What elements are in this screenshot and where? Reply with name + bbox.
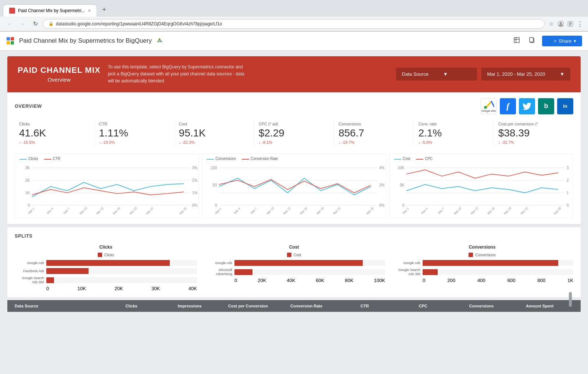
header-actions: 👤+ Share ▾ xyxy=(511,35,582,47)
bar-google-search-fill xyxy=(46,277,54,283)
bookmark-icon[interactable]: ☆ xyxy=(548,20,555,28)
svg-text:Mar 13: Mar 13 xyxy=(96,206,104,215)
svg-text:1: 1 xyxy=(566,191,569,195)
bing-icon: b xyxy=(538,98,554,114)
axis-10k: 10K xyxy=(78,286,86,291)
metric-conversions: Conversions 856.7 ↓ -19.7% xyxy=(334,119,414,148)
split-cost-title: Cost xyxy=(203,245,385,250)
split-conv-bars: Google Ads Google SearchAds 360 xyxy=(391,260,573,276)
app-logo xyxy=(6,36,15,45)
chart-clicks-ctr-svg: 3K 2K 1K 0 3% 2% 1% 0% Mar xyxy=(19,164,194,214)
metric-ctr-label: CTR xyxy=(99,122,169,126)
axis-cost-60k: 60K xyxy=(316,278,324,283)
menu-icon[interactable]: ⋮ xyxy=(576,20,584,28)
bar-cost-axis: 0 20K 40K 60K 80K 100K xyxy=(203,278,385,283)
share-button[interactable]: 👤+ Share ▾ xyxy=(542,36,582,46)
bar-cost-microsoft: MicrosoftAdvertising xyxy=(203,268,385,276)
bar-google-search: Google SearchAds 360 xyxy=(15,276,197,284)
bar-conv-search360: Google SearchAds 360 xyxy=(391,268,573,276)
date-range-dropdown[interactable]: Mar 1, 2020 - Mar 25, 2020 ▼ xyxy=(481,68,570,81)
metric-ctr-value: 1.11% xyxy=(99,128,169,139)
split-conv-dot xyxy=(469,253,473,257)
fullscreen-button[interactable] xyxy=(511,35,522,47)
legend-conversions: Conversions xyxy=(207,157,236,161)
new-tab-button[interactable]: + xyxy=(98,3,111,17)
table-col-cost-conv: Cost per Conversion xyxy=(219,304,277,308)
split-conv-legend: Conversions xyxy=(391,253,573,257)
svg-text:Mar 10: Mar 10 xyxy=(79,206,88,215)
metric-cost: Cost 95.1K ↓ -22.3% xyxy=(175,119,254,148)
svg-text:Mar 4: Mar 4 xyxy=(46,207,54,215)
bar-cost-google: Google Ads xyxy=(203,260,385,266)
svg-text:2: 2 xyxy=(566,178,569,182)
bar-facebook-label: Facebook Ads xyxy=(15,269,44,273)
table-col-conversions: Conversions xyxy=(452,304,511,308)
svg-text:2%: 2% xyxy=(192,178,198,182)
profile-icon[interactable] xyxy=(557,20,564,28)
back-button[interactable]: ← xyxy=(4,19,15,29)
data-source-dropdown[interactable]: Data Source ▼ xyxy=(396,68,477,81)
metric-clicks: Clicks 41.6K ↓ -15.5% xyxy=(15,119,94,148)
refresh-button[interactable]: ↻ xyxy=(31,19,40,29)
facebook-icon: f xyxy=(500,98,516,114)
svg-text:Mar 1: Mar 1 xyxy=(402,207,410,215)
banner-description: To use this template, select BigQuery by… xyxy=(108,64,247,85)
bar-facebook-ads: Facebook Ads xyxy=(15,268,197,274)
metric-cost-per-conv: Cost per conversion (* $38.39 ↓ -32.7% xyxy=(494,119,573,148)
svg-text:0: 0 xyxy=(402,203,404,207)
bar-conv-google: Google Ads xyxy=(391,260,573,266)
axis-conv-0: 0 xyxy=(423,278,425,283)
metric-conversions-value: 856.7 xyxy=(338,128,409,139)
copy-button[interactable] xyxy=(527,35,538,47)
active-tab[interactable]: Paid Channel Mix by Supermetri... × xyxy=(3,4,97,17)
forward-button[interactable]: → xyxy=(18,19,28,29)
split-cost-bars: Google Ads MicrosoftAdvertising xyxy=(203,260,385,276)
svg-text:5K: 5K xyxy=(399,184,404,188)
split-clicks: Clicks Clicks Google Ads xyxy=(15,245,197,291)
svg-text:3K: 3K xyxy=(25,166,30,170)
metric-cost-value: 95.1K xyxy=(179,128,250,139)
table-col-source: Data Source xyxy=(15,304,102,308)
metric-cpc-label: CPC (* ad) xyxy=(259,122,329,126)
chart-clicks-ctr-legend: Clicks CTR xyxy=(19,157,194,161)
app-title: Paid Channel Mix by Supermetrics for Big… xyxy=(19,37,152,44)
share-dropdown-arrow: ▾ xyxy=(574,38,576,44)
address-bar: ← → ↻ 🔒 datastudio.google.com/reporting/… xyxy=(0,17,588,31)
chart-conversions-rate: Conversions Conversion Rate 100 50 0 4% … xyxy=(202,153,386,218)
svg-text:3: 3 xyxy=(566,166,569,170)
axis-30k: 30K xyxy=(151,286,160,291)
chart-cost-legend: Cost CPC xyxy=(394,157,569,161)
legend-cost: Cost xyxy=(394,157,410,161)
bar-cost-google-track xyxy=(234,260,385,266)
extension-icon[interactable] xyxy=(567,20,574,28)
bar-facebook-track xyxy=(46,268,197,274)
split-cost-dot xyxy=(287,253,291,257)
bar-conv-google-track xyxy=(423,260,573,266)
svg-text:0%: 0% xyxy=(379,203,385,207)
split-clicks-title: Clicks xyxy=(15,245,197,250)
tab-close-button[interactable]: × xyxy=(88,8,91,14)
svg-rect-7 xyxy=(514,38,519,43)
table-col-conv-rate: Conversion Rate xyxy=(277,304,336,308)
tab-bar: Paid Channel Mix by Supermetri... × + xyxy=(0,0,588,17)
data-source-label: Data Source xyxy=(402,71,429,77)
split-clicks-legend: Clicks xyxy=(15,253,197,257)
svg-text:100: 100 xyxy=(211,166,217,170)
split-clicks-dot xyxy=(98,253,102,257)
scroll-indicator[interactable] xyxy=(569,292,572,307)
axis-conv-200: 200 xyxy=(447,278,455,283)
drive-icon xyxy=(156,37,163,45)
url-bar[interactable]: 🔒 datastudio.google.com/reporting/1pwwaa… xyxy=(43,19,545,29)
bar-cost-google-label: Google Ads xyxy=(203,261,232,265)
svg-text:Mar 10: Mar 10 xyxy=(266,206,275,215)
splits-title: SPLITS xyxy=(15,233,573,239)
svg-text:Mar 13: Mar 13 xyxy=(283,206,291,215)
svg-text:Mar 22: Mar 22 xyxy=(146,207,154,216)
share-label: Share xyxy=(559,38,571,44)
split-conversions: Conversions Conversions Google Ads xyxy=(391,245,573,291)
svg-text:10K: 10K xyxy=(398,166,404,170)
report-banner: PAID CHANNEL MIX Overview To use this te… xyxy=(7,56,581,92)
svg-text:Mar 1: Mar 1 xyxy=(215,207,222,215)
metric-cost-change: ↓ -22.3% xyxy=(179,140,250,145)
axis-conv-600: 600 xyxy=(508,278,516,283)
